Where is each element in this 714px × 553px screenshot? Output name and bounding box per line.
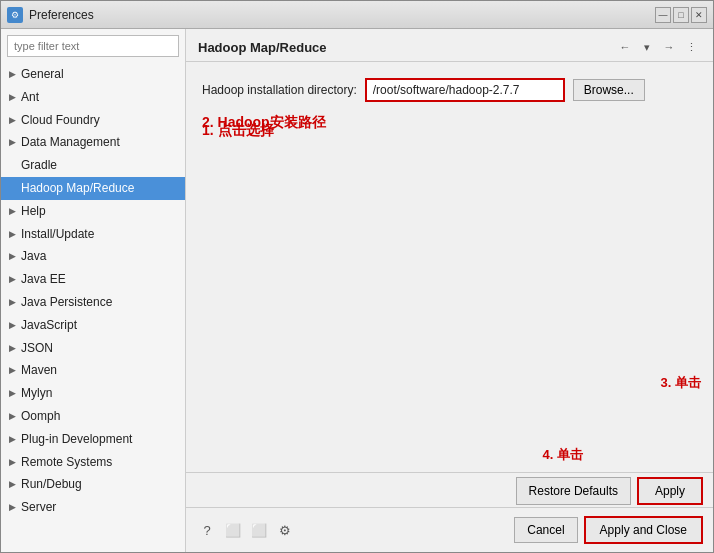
- sidebar-item-help[interactable]: ▶Help: [1, 200, 185, 223]
- arrow-icon: ▶: [9, 319, 21, 332]
- path-annotation: 2. Hadoop安装路径: [202, 114, 697, 132]
- sidebar-item-java[interactable]: ▶Java: [1, 245, 185, 268]
- title-bar: ⚙ Preferences — □ ✕: [1, 1, 713, 29]
- sidebar-list: ▶General▶Ant▶Cloud Foundry▶Data Manageme…: [1, 63, 185, 552]
- title-bar-buttons: — □ ✕: [655, 7, 707, 23]
- arrow-icon: ▶: [9, 273, 21, 286]
- export-icon[interactable]: ⬜: [222, 519, 244, 541]
- sidebar-item-label: Install/Update: [21, 226, 177, 243]
- form-row: Hadoop installation directory: Browse...: [202, 78, 697, 102]
- dropdown-button[interactable]: ▾: [637, 37, 657, 57]
- sidebar-item-label: Remote Systems: [21, 454, 177, 471]
- sidebar-item-gradle[interactable]: Gradle: [1, 154, 185, 177]
- main-panel: Hadoop Map/Reduce ← ▾ → ⋮ Hadoop install…: [186, 29, 713, 552]
- sidebar-item-json[interactable]: ▶JSON: [1, 337, 185, 360]
- sidebar-item-label: Cloud Foundry: [21, 112, 177, 129]
- bottom-left-icons: ? ⬜ ⬜ ⚙: [196, 519, 296, 541]
- panel-body: Hadoop installation directory: Browse...…: [186, 62, 713, 472]
- panel-header: Hadoop Map/Reduce ← ▾ → ⋮: [186, 29, 713, 62]
- title-bar-left: ⚙ Preferences: [7, 7, 94, 23]
- arrow-icon: ▶: [9, 410, 21, 423]
- sidebar-item-mylyn[interactable]: ▶Mylyn: [1, 382, 185, 405]
- bottom-right-buttons: Cancel Apply and Close: [514, 516, 703, 544]
- arrow-icon: ▶: [9, 456, 21, 469]
- step3-annotation: 3. 单击: [661, 374, 701, 392]
- sidebar-item-label: Java EE: [21, 271, 177, 288]
- arrow-icon: ▶: [9, 342, 21, 355]
- settings-icon[interactable]: ⚙: [274, 519, 296, 541]
- sidebar-item-general[interactable]: ▶General: [1, 63, 185, 86]
- sidebar-item-label: Maven: [21, 362, 177, 379]
- forward-button[interactable]: →: [659, 37, 679, 57]
- sidebar-item-label: Java Persistence: [21, 294, 177, 311]
- hadoop-dir-input[interactable]: [365, 78, 565, 102]
- sidebar-item-javascript[interactable]: ▶JavaScript: [1, 314, 185, 337]
- step4-annotation: 4. 单击: [543, 446, 583, 464]
- sidebar-item-data-management[interactable]: ▶Data Management: [1, 131, 185, 154]
- arrow-icon: ▶: [9, 364, 21, 377]
- sidebar-item-install-update[interactable]: ▶Install/Update: [1, 223, 185, 246]
- maximize-button[interactable]: □: [673, 7, 689, 23]
- sidebar-item-server[interactable]: ▶Server: [1, 496, 185, 519]
- window-icon: ⚙: [7, 7, 23, 23]
- sidebar-item-label: Help: [21, 203, 177, 220]
- back-button[interactable]: ←: [615, 37, 635, 57]
- close-button[interactable]: ✕: [691, 7, 707, 23]
- arrow-icon: ▶: [9, 387, 21, 400]
- sidebar-item-label: Hadoop Map/Reduce: [21, 180, 177, 197]
- sidebar-item-label: Gradle: [21, 157, 177, 174]
- window-title: Preferences: [29, 8, 94, 22]
- sidebar: ▶General▶Ant▶Cloud Foundry▶Data Manageme…: [1, 29, 186, 552]
- sidebar-item-ant[interactable]: ▶Ant: [1, 86, 185, 109]
- sidebar-item-label: General: [21, 66, 177, 83]
- sidebar-item-cloud-foundry[interactable]: ▶Cloud Foundry: [1, 109, 185, 132]
- arrow-icon: ▶: [9, 296, 21, 309]
- arrow-icon: ▶: [9, 478, 21, 491]
- cancel-button[interactable]: Cancel: [514, 517, 577, 543]
- panel-toolbar: ← ▾ → ⋮: [615, 37, 701, 57]
- arrow-icon: ▶: [9, 136, 21, 149]
- restore-defaults-button[interactable]: Restore Defaults: [516, 477, 631, 505]
- arrow-icon: ▶: [9, 433, 21, 446]
- sidebar-item-maven[interactable]: ▶Maven: [1, 359, 185, 382]
- sidebar-item-label: Plug-in Development: [21, 431, 177, 448]
- filter-input[interactable]: [7, 35, 179, 57]
- sidebar-item-label: Java: [21, 248, 177, 265]
- sidebar-item-java-ee[interactable]: ▶Java EE: [1, 268, 185, 291]
- browse-button[interactable]: Browse...: [573, 79, 645, 101]
- import-icon[interactable]: ⬜: [248, 519, 270, 541]
- hadoop-dir-label: Hadoop installation directory:: [202, 83, 357, 97]
- sidebar-item-label: Oomph: [21, 408, 177, 425]
- apply-button[interactable]: Apply: [637, 477, 703, 505]
- sidebar-item-label: Data Management: [21, 134, 177, 151]
- arrow-icon: ▶: [9, 91, 21, 104]
- sidebar-item-label: JavaScript: [21, 317, 177, 334]
- panel-title: Hadoop Map/Reduce: [198, 40, 327, 55]
- sidebar-item-java-persistence[interactable]: ▶Java Persistence: [1, 291, 185, 314]
- apply-and-close-button[interactable]: Apply and Close: [584, 516, 703, 544]
- preferences-window: ⚙ Preferences — □ ✕ ▶General▶Ant▶Cloud F…: [0, 0, 714, 553]
- minimize-button[interactable]: —: [655, 7, 671, 23]
- menu-button[interactable]: ⋮: [681, 37, 701, 57]
- arrow-icon: ▶: [9, 250, 21, 263]
- arrow-icon: ▶: [9, 68, 21, 81]
- arrow-icon: ▶: [9, 205, 21, 218]
- help-icon[interactable]: ?: [196, 519, 218, 541]
- sidebar-item-oomph[interactable]: ▶Oomph: [1, 405, 185, 428]
- content-area: ▶General▶Ant▶Cloud Foundry▶Data Manageme…: [1, 29, 713, 552]
- sidebar-item-remote-systems[interactable]: ▶Remote Systems: [1, 451, 185, 474]
- arrow-icon: ▶: [9, 228, 21, 241]
- sidebar-item-label: JSON: [21, 340, 177, 357]
- sidebar-item-label: Server: [21, 499, 177, 516]
- sidebar-item-plug-in-dev[interactable]: ▶Plug-in Development: [1, 428, 185, 451]
- bottom-bar: ? ⬜ ⬜ ⚙ Cancel Apply and Close: [186, 507, 713, 552]
- arrow-icon: ▶: [9, 114, 21, 127]
- arrow-icon: ▶: [9, 501, 21, 514]
- sidebar-item-label: Run/Debug: [21, 476, 177, 493]
- sidebar-item-hadoop-map-reduce[interactable]: Hadoop Map/Reduce: [1, 177, 185, 200]
- click-annotation: 1. 点击选择: [202, 122, 274, 140]
- sidebar-item-label: Mylyn: [21, 385, 177, 402]
- sidebar-item-label: Ant: [21, 89, 177, 106]
- sidebar-item-run-debug[interactable]: ▶Run/Debug: [1, 473, 185, 496]
